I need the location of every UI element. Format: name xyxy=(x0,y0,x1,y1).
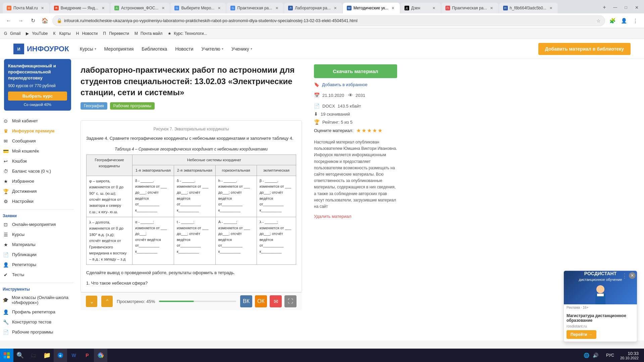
ad-popup-more-button[interactable]: ⋮ xyxy=(622,272,628,280)
browser-tab-h[interactable]: H h_f8b664f3adc5b0... ✕ xyxy=(499,3,558,13)
tab-close-dzen[interactable]: ✕ xyxy=(431,5,437,11)
download-button[interactable]: Скачать материал xyxy=(314,64,397,78)
browser-tab-choose[interactable]: G Выберите Меро... ✕ xyxy=(170,3,226,13)
tray-network-icon[interactable]: 🌐 xyxy=(583,353,590,358)
sidebar-item-7[interactable]: 🏆Достижения xyxy=(0,186,74,196)
minimize-button[interactable]: — xyxy=(610,3,620,12)
site-nav-item-3[interactable]: Новости xyxy=(175,46,193,52)
sidebar-item2-0[interactable]: ⊡Онлайн-мероприятия xyxy=(0,220,74,230)
browser-tab-lab[interactable]: Л Лабораторная ра... ✕ xyxy=(284,3,342,13)
site-nav-item-4[interactable]: Учителю▾ xyxy=(202,46,223,52)
scroll-down-button[interactable]: ⌄ xyxy=(86,296,97,307)
taskbar-powerpoint[interactable]: P xyxy=(80,349,94,362)
tab-close-practice[interactable]: ✕ xyxy=(274,5,279,11)
forward-button[interactable]: → xyxy=(16,16,25,25)
tab-close-astro[interactable]: ✕ xyxy=(160,5,166,11)
rating-star-4[interactable]: ★ xyxy=(378,127,382,134)
rating-star-2[interactable]: ★ xyxy=(367,127,372,134)
scroll-up-button[interactable]: ⌃ xyxy=(101,296,113,307)
start-button[interactable] xyxy=(0,349,13,362)
close-browser-button[interactable]: ✕ xyxy=(632,3,641,12)
rating-stars[interactable]: ★★★★★ xyxy=(356,127,382,134)
sidebar-item-1[interactable]: ♛Инфоурок премиум xyxy=(0,126,74,136)
sidebar-item-3[interactable]: 💳Мой кошелёк xyxy=(0,146,74,156)
sidebar-item-8[interactable]: ⚙Настройки xyxy=(0,196,74,206)
taskbar-taskview[interactable]: 🗂 xyxy=(27,349,40,362)
bookmark-item-1[interactable]: ▶ YouTube xyxy=(26,31,48,36)
taskbar-edge[interactable] xyxy=(54,349,67,362)
rating-star-3[interactable]: ★ xyxy=(372,127,377,134)
language-indicator[interactable]: РУС xyxy=(604,353,616,358)
tab-close-method[interactable]: ✕ xyxy=(390,5,396,11)
profile-button[interactable]: 👤 xyxy=(619,16,629,25)
bookmark-item-5[interactable]: М Почта майл xyxy=(135,31,162,36)
sidebar-item-2[interactable]: ✉Сообщения xyxy=(0,136,74,146)
sidebar-item3-0[interactable]: 🎓Мои классы (Онлайн-школа «Инфоурок») xyxy=(0,293,74,307)
tab-close-choose[interactable]: ✕ xyxy=(216,5,222,11)
bookmark-item-6[interactable]: ★ Курс: Технологи... xyxy=(168,31,207,36)
tab-close-lab[interactable]: ✕ xyxy=(333,5,338,11)
browser-tab-yandex[interactable]: Я Внедрение — Янд... ✕ xyxy=(50,3,110,13)
site-logo[interactable]: И ИНФОУРОК xyxy=(13,44,69,54)
tab-close-h[interactable]: ✕ xyxy=(548,5,554,11)
taskbar-chrome[interactable] xyxy=(94,349,107,362)
share-mail-button[interactable]: ✉ xyxy=(270,295,282,307)
add-favorite-link[interactable]: 🔖 Добавить в избранное xyxy=(314,82,397,87)
sidebar-item2-3[interactable]: 📄Публикации xyxy=(0,250,74,260)
tray-volume-icon[interactable]: 🔊 xyxy=(592,353,599,358)
browser-tab-pract2[interactable]: П Практическая ра... ✕ xyxy=(441,3,498,13)
delete-material-link[interactable]: Удалить материал xyxy=(314,214,397,219)
share-ok-button[interactable]: ОК xyxy=(255,295,267,307)
rating-star-0[interactable]: ★ xyxy=(356,127,361,134)
taskbar-explorer[interactable]: 📁 xyxy=(40,349,54,362)
sidebar-item3-3[interactable]: 📄Рабочие программы xyxy=(0,327,74,337)
sidebar-item2-2[interactable]: ★Материалы xyxy=(0,240,74,250)
bookmark-star-icon[interactable]: ☆ xyxy=(596,18,601,23)
rating-star-1[interactable]: ★ xyxy=(362,127,366,134)
sidebar-item-5[interactable]: ⏱Баланс часов (0 ч.) xyxy=(0,166,74,176)
taskbar-word[interactable]: W xyxy=(67,349,80,362)
ad-box-choose-button[interactable]: Выбрать курс xyxy=(8,92,67,101)
menu-button[interactable]: ⋮ xyxy=(631,16,640,25)
content-tag-1[interactable]: Рабочие программы xyxy=(110,102,155,110)
bookmark-item-4[interactable]: П Перевести xyxy=(103,31,129,36)
bookmark-item-0[interactable]: G Gmail xyxy=(4,31,20,36)
extensions-button[interactable]: 🧩 xyxy=(608,16,617,25)
sidebar-item3-1[interactable]: 👤Профиль репетитора xyxy=(0,307,74,317)
content-tag-0[interactable]: География xyxy=(80,102,107,110)
reload-button[interactable]: ↻ xyxy=(28,16,38,25)
browser-tab-mail[interactable]: М Почта Mail.ru ✕ xyxy=(3,3,49,13)
add-material-button[interactable]: Добавить материал в библиотеку xyxy=(538,43,631,55)
sidebar-item2-4[interactable]: 👤Репетиторы xyxy=(0,260,74,270)
sidebar-item2-5[interactable]: ✔Тесты xyxy=(0,270,74,280)
address-bar[interactable]: 🔒 infourok.ru/metodicheskie-ukazaniya-po… xyxy=(52,15,605,26)
site-nav-item-0[interactable]: Курсы▾ xyxy=(80,46,96,52)
fullscreen-button[interactable]: ⛶ xyxy=(284,295,297,307)
sidebar-item-4[interactable]: ↩Кэшбэк xyxy=(0,156,74,166)
tab-close-pract2[interactable]: ✕ xyxy=(489,5,494,11)
svg-rect-7 xyxy=(4,356,6,358)
site-nav-item-1[interactable]: Мероприятия xyxy=(104,46,134,52)
sidebar-item-0[interactable]: ⊙Мой кабинет xyxy=(0,116,74,126)
share-vk-button[interactable]: ВК xyxy=(240,295,252,307)
back-button[interactable]: ← xyxy=(4,16,13,25)
browser-tab-dzen[interactable]: Д Дзен ✕ xyxy=(400,3,441,13)
ad-popup-close-button[interactable]: ✕ xyxy=(629,272,636,279)
bookmark-item-3[interactable]: Н Новости xyxy=(76,31,98,36)
site-nav-item-5[interactable]: Ученику▾ xyxy=(231,46,252,52)
home-button[interactable]: 🏠 xyxy=(40,16,50,25)
maximize-button[interactable]: □ xyxy=(621,3,631,12)
bookmark-item-2[interactable]: К Карты xyxy=(53,31,71,36)
tab-close-yandex[interactable]: ✕ xyxy=(100,5,106,11)
new-tab-button[interactable]: + xyxy=(600,3,609,12)
browser-tab-astro[interactable]: А Астрономия_ФОС... ✕ xyxy=(110,3,170,13)
browser-tab-method[interactable]: М Методические ук... ✕ xyxy=(343,3,400,13)
sidebar-item3-2[interactable]: 🔧Конструктор тестов xyxy=(0,317,74,327)
sidebar-item-6[interactable]: ★Избранное xyxy=(0,176,74,186)
site-nav-item-2[interactable]: Библиотека xyxy=(142,46,167,52)
ad-popup-goto-button[interactable]: Перейти → xyxy=(567,330,596,339)
tab-close-mail[interactable]: ✕ xyxy=(40,5,45,11)
taskbar-search[interactable]: 🔍 xyxy=(13,349,27,362)
browser-tab-practice[interactable]: G Практическая ра... ✕ xyxy=(226,3,283,13)
sidebar-item2-1[interactable]: ☰Курсы xyxy=(0,230,74,240)
